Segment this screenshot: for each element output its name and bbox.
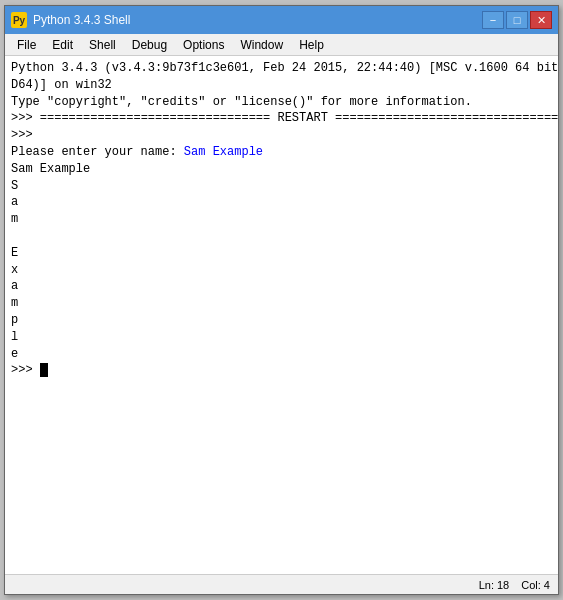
menu-item-edit[interactable]: Edit — [44, 36, 81, 54]
output-a: a — [11, 195, 18, 209]
output-l: l — [11, 330, 18, 344]
output-p: p — [11, 313, 18, 327]
final-prompt: >>> — [11, 363, 40, 377]
python-icon: Py — [11, 12, 27, 28]
window-title: Python 3.4.3 Shell — [33, 13, 130, 27]
python-info-line1: Python 3.4.3 (v3.4.3:9b73f1c3e601, Feb 2… — [11, 61, 558, 92]
restart-line: ================================ RESTART… — [40, 111, 558, 125]
status-bar: Ln: 18 Col: 4 — [5, 574, 558, 594]
maximize-button[interactable]: □ — [506, 11, 528, 29]
window-controls: − □ ✕ — [482, 11, 552, 29]
menu-item-window[interactable]: Window — [232, 36, 291, 54]
output-e2: e — [11, 347, 18, 361]
output-a2: a — [11, 279, 18, 293]
output-sam: Sam Example — [11, 162, 90, 176]
output-s: S — [11, 179, 18, 193]
status-line: Ln: 18 — [479, 579, 510, 591]
status-col: Col: 4 — [521, 579, 550, 591]
prompt-1: >>> — [11, 111, 40, 125]
output-x: x — [11, 263, 18, 277]
menu-item-file[interactable]: File — [9, 36, 44, 54]
title-bar-left: Py Python 3.4.3 Shell — [11, 12, 130, 28]
shell-output: Python 3.4.3 (v3.4.3:9b73f1c3e601, Feb 2… — [5, 56, 558, 383]
python-info-line3: Type "copyright", "credits" or "license(… — [11, 95, 472, 109]
user-input-echo: Sam Example — [184, 145, 263, 159]
shell-scrollbar-area: Python 3.4.3 (v3.4.3:9b73f1c3e601, Feb 2… — [5, 56, 558, 574]
output-name-prompt: Please enter your name: — [11, 145, 184, 159]
shell-content-area[interactable]: Python 3.4.3 (v3.4.3:9b73f1c3e601, Feb 2… — [5, 56, 558, 574]
menu-item-help[interactable]: Help — [291, 36, 332, 54]
close-button[interactable]: ✕ — [530, 11, 552, 29]
menu-item-shell[interactable]: Shell — [81, 36, 124, 54]
minimize-button[interactable]: − — [482, 11, 504, 29]
prompt-2: >>> — [11, 128, 40, 142]
menu-bar: FileEditShellDebugOptionsWindowHelp — [5, 34, 558, 56]
menu-item-debug[interactable]: Debug — [124, 36, 175, 54]
title-bar: Py Python 3.4.3 Shell − □ ✕ — [5, 6, 558, 34]
output-m: m — [11, 212, 18, 226]
output-e: E — [11, 246, 18, 260]
cursor — [40, 363, 48, 377]
menu-item-options[interactable]: Options — [175, 36, 232, 54]
output-m2: m — [11, 296, 18, 310]
main-window: Py Python 3.4.3 Shell − □ ✕ FileEditShel… — [4, 5, 559, 595]
